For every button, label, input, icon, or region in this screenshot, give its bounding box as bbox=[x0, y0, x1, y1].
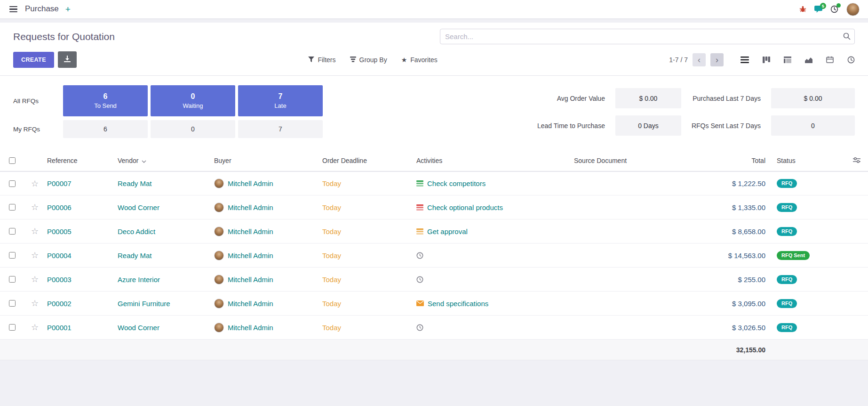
stat-value-avg-order-value[interactable]: $ 0.00 bbox=[615, 88, 681, 108]
favorite-star-icon[interactable]: ☆ bbox=[31, 227, 39, 235]
column-header-vendor[interactable]: Vendor bbox=[116, 157, 212, 164]
stat-value-purchased-last-7-days[interactable]: $ 0.00 bbox=[771, 88, 855, 108]
table-row[interactable]: ☆ P00005 Deco Addict Mitchell Admin Toda… bbox=[0, 219, 868, 244]
apps-menu-icon[interactable] bbox=[8, 4, 18, 14]
row-checkbox[interactable] bbox=[9, 228, 16, 235]
reference-link[interactable]: P00003 bbox=[47, 276, 72, 284]
table-row[interactable]: ☆ P00003 Azure Interior Mitchell Admin T… bbox=[0, 268, 868, 292]
stat-value-lead-time-to-purchase[interactable]: 0 Days bbox=[615, 115, 681, 136]
reference-link[interactable]: P00006 bbox=[47, 203, 72, 211]
activity-label[interactable]: Check optional products bbox=[427, 203, 503, 211]
tile-late[interactable]: 7 Late bbox=[238, 85, 323, 116]
buyer-link[interactable]: Mitchell Admin bbox=[228, 179, 273, 187]
debug-bug-icon[interactable] bbox=[799, 6, 806, 13]
favorite-star-icon[interactable]: ☆ bbox=[31, 323, 39, 332]
optional-columns-icon[interactable] bbox=[853, 157, 860, 165]
group-by-label: Group By bbox=[359, 56, 387, 64]
filters-button[interactable]: Filters bbox=[308, 56, 335, 64]
buyer-link[interactable]: Mitchell Admin bbox=[228, 324, 273, 332]
activity-label[interactable]: Get approval bbox=[427, 227, 468, 235]
table-row[interactable]: ☆ P00006 Wood Corner Mitchell Admin Toda… bbox=[0, 195, 868, 219]
favorite-star-icon[interactable]: ☆ bbox=[31, 275, 39, 284]
create-button[interactable]: CREATE bbox=[13, 52, 54, 68]
activity-cell[interactable]: Get approval bbox=[414, 227, 572, 235]
table-row[interactable]: ☆ P00001 Wood Corner Mitchell Admin Toda… bbox=[0, 316, 868, 340]
favorite-star-icon[interactable]: ☆ bbox=[31, 179, 39, 188]
pager-next-button[interactable]: › bbox=[710, 53, 724, 66]
row-checkbox[interactable] bbox=[9, 180, 16, 187]
favorite-star-icon[interactable]: ☆ bbox=[31, 203, 39, 211]
vendor-link[interactable]: Ready Mat bbox=[118, 179, 152, 187]
row-checkbox[interactable] bbox=[9, 276, 16, 283]
activity-label[interactable]: Check competitors bbox=[427, 179, 486, 187]
row-checkbox[interactable] bbox=[9, 324, 16, 331]
activity-icon bbox=[416, 276, 423, 283]
column-header-order-deadline[interactable]: Order Deadline bbox=[320, 157, 414, 164]
export-button[interactable] bbox=[58, 51, 77, 68]
activity-cell[interactable]: Send specifications bbox=[414, 300, 572, 308]
vendor-link[interactable]: Wood Corner bbox=[118, 324, 159, 332]
buyer-link[interactable]: Mitchell Admin bbox=[228, 252, 273, 260]
row-checkbox[interactable] bbox=[9, 300, 16, 307]
column-header-buyer[interactable]: Buyer bbox=[212, 157, 320, 164]
app-name-menu[interactable]: Purchase bbox=[25, 4, 59, 14]
favorites-button[interactable]: ★ Favorites bbox=[401, 56, 438, 64]
view-list-icon[interactable] bbox=[741, 57, 749, 63]
activity-cell[interactable] bbox=[414, 252, 572, 259]
plus-icon[interactable]: + bbox=[65, 5, 71, 14]
column-header-total[interactable]: Total bbox=[697, 157, 775, 164]
view-kanban-icon[interactable] bbox=[763, 57, 770, 63]
favorite-star-icon[interactable]: ☆ bbox=[31, 251, 39, 260]
activities-clock-icon[interactable] bbox=[830, 5, 838, 13]
reference-link[interactable]: P00004 bbox=[47, 252, 72, 260]
reference-link[interactable]: P00007 bbox=[47, 179, 72, 187]
table-row[interactable]: ☆ P00007 Ready Mat Mitchell Admin Today … bbox=[0, 171, 868, 195]
vendor-link[interactable]: Ready Mat bbox=[118, 252, 152, 260]
table-row[interactable]: ☆ P00004 Ready Mat Mitchell Admin Today bbox=[0, 244, 868, 268]
tile-waiting[interactable]: 0 Waiting bbox=[151, 85, 235, 116]
select-all-checkbox[interactable] bbox=[9, 157, 16, 164]
vendor-link[interactable]: Wood Corner bbox=[118, 203, 159, 211]
user-avatar[interactable] bbox=[846, 3, 860, 16]
pager-range: 1-7 / 7 bbox=[669, 56, 688, 64]
activity-cell[interactable] bbox=[414, 276, 572, 283]
buyer-link[interactable]: Mitchell Admin bbox=[228, 300, 273, 308]
buyer-link[interactable]: Mitchell Admin bbox=[228, 203, 273, 211]
favorite-star-icon[interactable]: ☆ bbox=[31, 299, 39, 308]
view-graph-icon[interactable] bbox=[805, 57, 812, 63]
my-tile-late[interactable]: 7 bbox=[238, 120, 323, 138]
view-pivot-icon[interactable] bbox=[784, 57, 791, 63]
tile-to-send[interactable]: 6 To Send bbox=[63, 85, 148, 116]
buyer-link[interactable]: Mitchell Admin bbox=[228, 276, 273, 284]
row-checkbox[interactable] bbox=[9, 252, 16, 259]
row-checkbox[interactable] bbox=[9, 204, 16, 211]
my-tile-waiting[interactable]: 0 bbox=[151, 120, 235, 138]
activity-icon bbox=[416, 204, 423, 211]
pager-previous-button[interactable]: ‹ bbox=[693, 53, 706, 66]
vendor-link[interactable]: Deco Addict bbox=[118, 227, 155, 235]
activity-cell[interactable]: Check optional products bbox=[414, 203, 572, 211]
group-by-button[interactable]: Group By bbox=[350, 56, 387, 64]
activity-cell[interactable]: Check competitors bbox=[414, 179, 572, 187]
reference-link[interactable]: P00005 bbox=[47, 227, 72, 235]
column-header-source-document[interactable]: Source Document bbox=[572, 157, 697, 164]
stat-value-rfqs-sent-last-7-days[interactable]: 0 bbox=[771, 115, 855, 136]
buyer-avatar bbox=[214, 179, 224, 188]
column-header-reference[interactable]: Reference bbox=[45, 157, 116, 164]
table-row[interactable]: ☆ P00002 Gemini Furniture Mitchell Admin… bbox=[0, 292, 868, 316]
column-header-status[interactable]: Status bbox=[775, 157, 845, 164]
search-input[interactable] bbox=[440, 29, 855, 44]
column-header-activities[interactable]: Activities bbox=[414, 157, 572, 164]
vendor-link[interactable]: Gemini Furniture bbox=[118, 300, 170, 308]
view-calendar-icon[interactable] bbox=[826, 56, 834, 63]
activity-label[interactable]: Send specifications bbox=[428, 300, 488, 308]
messages-icon[interactable]: 5 bbox=[814, 6, 822, 13]
vendor-link[interactable]: Azure Interior bbox=[118, 276, 160, 284]
view-activity-icon[interactable] bbox=[847, 56, 855, 64]
activity-cell[interactable] bbox=[414, 324, 572, 331]
search-icon[interactable] bbox=[843, 32, 851, 41]
buyer-link[interactable]: Mitchell Admin bbox=[228, 227, 273, 235]
reference-link[interactable]: P00002 bbox=[47, 300, 72, 308]
my-tile-to-send[interactable]: 6 bbox=[63, 120, 148, 138]
reference-link[interactable]: P00001 bbox=[47, 324, 72, 332]
